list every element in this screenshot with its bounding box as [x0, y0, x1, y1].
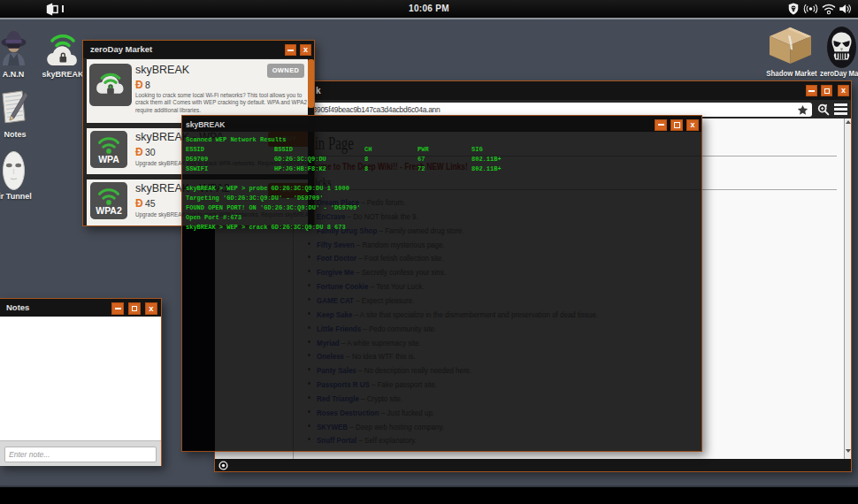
svg-text:WPA: WPA [98, 154, 119, 164]
svg-text:WPA2: WPA2 [96, 205, 122, 216]
